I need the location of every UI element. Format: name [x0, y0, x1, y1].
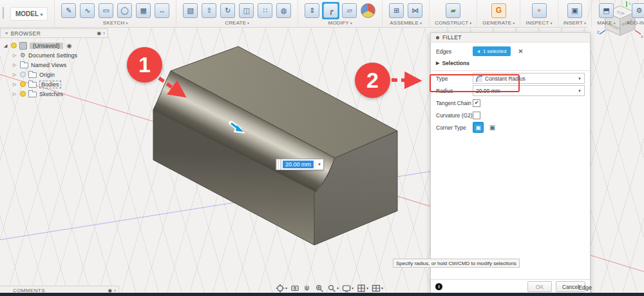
look-at-button[interactable] — [290, 284, 299, 293]
orbit-button[interactable]: ▾ — [276, 284, 287, 293]
root-visibility-bulb-icon[interactable] — [11, 43, 17, 48]
create-sketch-button[interactable] — [60, 2, 77, 19]
expand-icon[interactable]: ▷ — [13, 63, 17, 68]
mirror-button[interactable] — [238, 2, 255, 19]
visibility-bulb-icon[interactable] — [20, 81, 26, 87]
tree-item-label[interactable]: Document Settings — [28, 52, 77, 59]
add-ins-button[interactable] — [630, 2, 644, 19]
tree-item-label[interactable]: Bodies — [39, 81, 61, 88]
dimension-dropdown-caret[interactable]: ▼ — [315, 163, 323, 166]
tree-item-named-views[interactable]: ▷ Named Views — [13, 60, 108, 70]
browser-options-icon[interactable]: ◉ — [97, 30, 101, 36]
sketch-pattern-button[interactable] — [135, 2, 152, 19]
expand-icon[interactable]: ▷ — [13, 72, 17, 77]
workspace-caret-icon: ▾ — [41, 12, 43, 17]
insert-image-button[interactable] — [566, 2, 583, 19]
tree-item-label[interactable]: Origin — [39, 72, 55, 78]
dialog-header[interactable]: FILLET — [431, 33, 590, 43]
insert-image-icon — [567, 3, 582, 18]
top-toolbar: MODEL ▾ SKETCHCREATEMODIFYASSEMBLECONSTR… — [0, 0, 587, 28]
toolbar-group-label-modify[interactable]: MODIFY — [328, 20, 352, 26]
toolbar-group-label-construct[interactable]: CONSTRUCT — [435, 20, 471, 26]
box-button[interactable] — [182, 2, 199, 19]
workspace-selector[interactable]: MODEL ▾ — [10, 7, 48, 21]
appearance-button[interactable] — [359, 2, 377, 19]
root-label[interactable]: (Unsaved) — [30, 43, 63, 49]
visibility-bulb-icon[interactable] — [20, 72, 26, 77]
make-button[interactable] — [598, 2, 615, 19]
tree-item-origin[interactable]: ▷ Origin — [13, 70, 108, 79]
toolbar-group-label-insert[interactable]: INSERT — [564, 20, 587, 26]
sketch-dimension-button[interactable] — [153, 2, 171, 19]
toolbar-group-label-add-ins[interactable]: ADD-INS — [627, 20, 644, 26]
radius-dimension-input[interactable]: 20.00 mm ▼ — [276, 159, 324, 170]
revolve-button[interactable] — [219, 2, 236, 19]
toolbar-group-label-assemble[interactable]: ASSEMBLE — [390, 20, 422, 26]
browser-expand-icon[interactable]: › — [103, 30, 105, 36]
toolbar-group-label-make[interactable]: MAKE — [597, 20, 616, 26]
toolbar-group-label-generate[interactable]: GENERATE — [482, 20, 515, 26]
browser-header[interactable]: « BROWSER ◉ › — [0, 28, 108, 38]
form-button[interactable] — [275, 2, 292, 19]
clear-selection-icon[interactable]: ✕ — [518, 48, 523, 55]
root-focus-icon[interactable]: ◉ — [67, 43, 72, 49]
info-icon[interactable] — [435, 283, 442, 290]
viewports-caret-icon[interactable]: ▾ — [381, 286, 383, 290]
tree-item-label[interactable]: Sketches — [39, 91, 63, 97]
extrude-button[interactable] — [200, 2, 218, 19]
viewports-button[interactable]: ▾ — [372, 284, 383, 293]
display-settings-button[interactable]: ▾ — [342, 284, 354, 293]
toolbar-group-label-create[interactable]: CREATE — [225, 20, 249, 26]
tree-root-row[interactable]: ◢ (Unsaved) ◉ — [4, 41, 108, 50]
construction-plane-button[interactable] — [444, 2, 462, 19]
type-dropdown[interactable]: Constant Radius ▼ — [473, 73, 585, 84]
display-settings-caret-icon[interactable]: ▾ — [352, 286, 354, 290]
expand-icon[interactable]: ▷ — [13, 92, 17, 97]
radius-input[interactable]: 20.00 mm ▼ — [473, 85, 585, 96]
zoom-window-button[interactable] — [315, 284, 324, 293]
edges-selection-button[interactable]: ➤ 1 selected — [473, 46, 511, 56]
tree-item-bodies[interactable]: ▷ Bodies — [13, 79, 108, 89]
grid-settings-button[interactable]: ▾ — [357, 284, 368, 293]
tree-item-sketches[interactable]: ▷ Sketches — [13, 89, 108, 99]
measure-button[interactable] — [531, 2, 548, 19]
tangent-chain-checkbox[interactable] — [473, 99, 480, 107]
zoom-button[interactable]: ▾ — [327, 284, 339, 293]
grid-settings-caret-icon[interactable]: ▾ — [366, 286, 368, 290]
radius-value[interactable]: 20.00 mm — [476, 88, 500, 94]
radius-label: Radius — [436, 88, 473, 94]
zoom-caret-icon[interactable]: ▾ — [337, 286, 339, 290]
toolbar-group-label-inspect[interactable]: INSPECT — [526, 20, 552, 26]
radius-caret-icon[interactable]: ▼ — [578, 89, 582, 93]
dimension-value[interactable]: 20.00 mm — [283, 161, 314, 168]
tree-item-label[interactable]: Named Views — [31, 62, 66, 68]
selections-section[interactable]: ▶ Selections — [431, 57, 590, 69]
expand-icon[interactable]: ▷ — [13, 82, 17, 87]
new-component-button[interactable] — [388, 2, 405, 19]
fillet-button[interactable] — [322, 2, 339, 19]
section-expand-icon[interactable]: ▶ — [436, 61, 439, 66]
corner-type-rolling-ball-button[interactable] — [473, 122, 484, 133]
spline-button[interactable] — [79, 2, 96, 19]
visibility-bulb-icon[interactable] — [20, 91, 26, 97]
dimension-drag-grip[interactable] — [276, 159, 281, 170]
navigation-toolbar: ▾▾▾▾▾ — [276, 282, 383, 293]
root-expand-icon[interactable]: ◢ — [4, 43, 8, 48]
joint-button[interactable] — [406, 2, 424, 19]
rectangular-pattern-button[interactable] — [256, 2, 274, 19]
rectangle-button[interactable] — [97, 2, 115, 19]
circle-button[interactable] — [116, 2, 133, 19]
toolbar-group-label-sketch[interactable]: SKETCH — [103, 20, 128, 26]
orbit-caret-icon[interactable]: ▾ — [285, 286, 287, 290]
chamfer-button[interactable] — [341, 2, 358, 19]
press-pull-button[interactable] — [303, 2, 321, 19]
generate-button[interactable] — [490, 2, 507, 19]
curvature-checkbox[interactable] — [473, 112, 480, 119]
pan-button[interactable] — [303, 284, 312, 293]
expand-icon[interactable]: ▷ — [13, 53, 17, 58]
corner-type-setback-button[interactable] — [488, 123, 497, 132]
type-caret-icon[interactable]: ▼ — [578, 77, 582, 81]
collapse-panel-icon[interactable]: « — [5, 30, 8, 36]
tree-item-document-settings[interactable]: ▷ ⚙ Document Settings — [13, 50, 108, 60]
ok-button[interactable]: OK — [527, 281, 552, 292]
